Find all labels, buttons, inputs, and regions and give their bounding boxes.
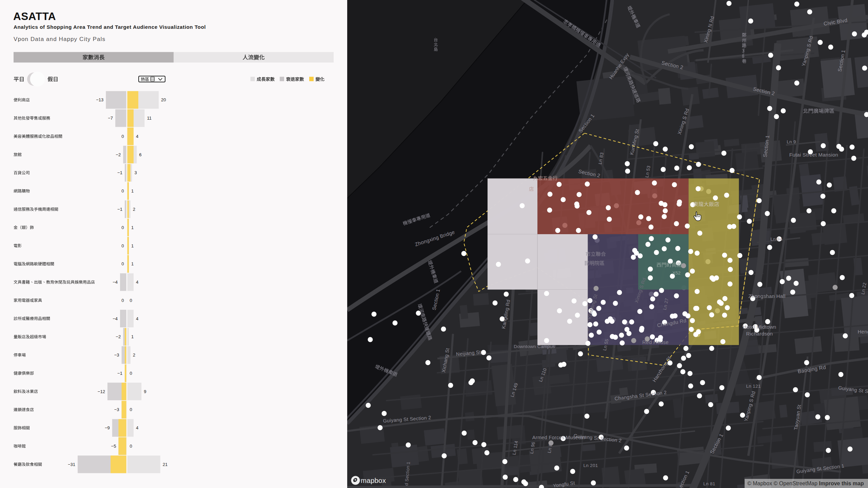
svg-text:−4: −4 [113, 316, 118, 321]
svg-text:Hotel Midtown: Hotel Midtown [743, 324, 776, 330]
svg-text:0: 0 [121, 225, 124, 230]
svg-text:0: 0 [121, 188, 124, 194]
svg-text:−13: −13 [96, 97, 103, 102]
svg-text:−1: −1 [117, 207, 122, 212]
svg-text:4: 4 [136, 316, 138, 321]
svg-text:0: 0 [130, 371, 132, 376]
svg-text:2: 2 [133, 352, 135, 358]
svg-text:0: 0 [130, 298, 132, 303]
svg-text:0: 0 [121, 298, 124, 303]
svg-text:−9: −9 [105, 425, 110, 430]
svg-text:−31: −31 [68, 462, 75, 467]
svg-text:1: 1 [131, 225, 134, 230]
svg-text:Futai Street Mansion: Futai Street Mansion [789, 152, 838, 158]
svg-text:ASATTA: ASATTA [13, 10, 56, 22]
svg-text:4: 4 [136, 425, 138, 430]
svg-text:4: 4 [136, 134, 138, 139]
svg-text:1: 1 [131, 188, 134, 194]
svg-text:0: 0 [130, 407, 132, 412]
svg-text:4: 4 [136, 280, 138, 285]
svg-text:© Mapbox © OpenStreetMap Impro: © Mapbox © OpenStreetMap Improve this ma… [747, 481, 864, 486]
svg-text:Ln 121: Ln 121 [746, 384, 761, 389]
svg-text:Analytics of Shopping Area Tre: Analytics of Shopping Area Trend and Tar… [14, 24, 206, 30]
svg-text:−2: −2 [116, 152, 121, 157]
svg-text:Zhongshan Hall: Zhongshan Hall [748, 293, 785, 299]
svg-text:Ln 201: Ln 201 [583, 463, 598, 468]
svg-text:−4: −4 [113, 280, 118, 285]
svg-text:−1: −1 [117, 170, 122, 175]
svg-text:Ln 9: Ln 9 [787, 139, 796, 144]
svg-text:−1: −1 [117, 371, 122, 376]
svg-text:−5: −5 [111, 444, 116, 449]
svg-text:−3: −3 [114, 352, 119, 358]
svg-text:Ln 81: Ln 81 [703, 481, 715, 486]
svg-text:1: 1 [131, 261, 134, 266]
svg-text:Armed Forces Museum: Armed Forces Museum [532, 435, 585, 440]
svg-text:mapbox: mapbox [361, 476, 386, 484]
svg-text:−12: −12 [98, 389, 105, 394]
svg-text:6: 6 [139, 152, 141, 157]
svg-text:Red House: Red House [642, 339, 669, 345]
svg-text:0: 0 [121, 261, 124, 266]
svg-text:Ln 84: Ln 84 [770, 237, 782, 242]
svg-text:Vpon Data and Happy City Pals: Vpon Data and Happy City Pals [14, 36, 105, 42]
svg-text:3: 3 [134, 170, 137, 175]
svg-text:1: 1 [131, 243, 134, 248]
svg-text:20: 20 [161, 97, 166, 102]
svg-text:0: 0 [121, 134, 124, 139]
svg-text:2: 2 [133, 207, 135, 212]
svg-text:Richardson: Richardson [746, 331, 773, 337]
svg-text:0: 0 [130, 444, 132, 449]
svg-text:−7: −7 [108, 116, 113, 121]
svg-text:21: 21 [163, 462, 167, 467]
svg-text:11: 11 [147, 116, 152, 121]
svg-text:0: 0 [121, 243, 124, 248]
svg-text:Heng: Heng [857, 329, 868, 334]
svg-text:Downtown Campus: Downtown Campus [514, 344, 555, 349]
svg-text:X52: X52 [672, 270, 680, 276]
svg-text:9: 9 [144, 389, 146, 394]
svg-text:−2: −2 [116, 334, 121, 339]
svg-text:1: 1 [131, 334, 134, 339]
svg-text:−3: −3 [114, 407, 119, 412]
